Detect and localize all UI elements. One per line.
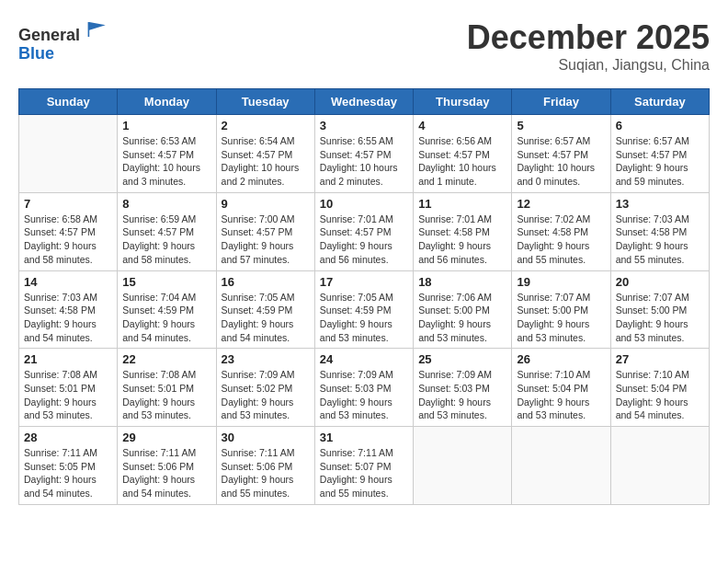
calendar-cell: 26Sunrise: 7:10 AM Sunset: 5:04 PM Dayli… xyxy=(512,349,610,427)
day-number: 31 xyxy=(320,431,408,444)
calendar-cell xyxy=(19,115,118,193)
calendar-cell: 10Sunrise: 7:01 AM Sunset: 4:57 PM Dayli… xyxy=(314,192,413,270)
day-info: Sunrise: 7:11 AM Sunset: 5:05 PM Dayligh… xyxy=(24,446,112,500)
day-info: Sunrise: 6:55 AM Sunset: 4:57 PM Dayligh… xyxy=(320,134,408,189)
day-info: Sunrise: 7:09 AM Sunset: 5:03 PM Dayligh… xyxy=(320,368,408,422)
calendar-cell xyxy=(414,427,512,505)
calendar-week-row: 21Sunrise: 7:08 AM Sunset: 5:01 PM Dayli… xyxy=(19,349,710,427)
day-number: 13 xyxy=(616,197,704,211)
calendar-cell: 2Sunrise: 6:54 AM Sunset: 4:57 PM Daylig… xyxy=(216,115,314,193)
day-info: Sunrise: 6:59 AM Sunset: 4:57 PM Dayligh… xyxy=(122,213,210,267)
day-number: 12 xyxy=(517,197,605,211)
calendar-cell xyxy=(610,427,709,505)
day-info: Sunrise: 7:10 AM Sunset: 5:04 PM Dayligh… xyxy=(517,368,605,422)
day-info: Sunrise: 7:11 AM Sunset: 5:06 PM Dayligh… xyxy=(122,446,210,500)
day-info: Sunrise: 7:07 AM Sunset: 5:00 PM Dayligh… xyxy=(616,291,704,345)
day-number: 10 xyxy=(320,197,408,211)
day-of-week-header: Wednesday xyxy=(314,89,413,115)
day-info: Sunrise: 7:08 AM Sunset: 5:01 PM Dayligh… xyxy=(24,368,112,422)
day-number: 29 xyxy=(122,431,210,444)
day-number: 5 xyxy=(517,119,605,132)
day-info: Sunrise: 7:07 AM Sunset: 5:00 PM Dayligh… xyxy=(517,291,605,345)
day-of-week-header: Thursday xyxy=(414,89,512,115)
day-number: 3 xyxy=(320,119,408,132)
day-info: Sunrise: 7:11 AM Sunset: 5:06 PM Dayligh… xyxy=(222,446,310,500)
day-number: 15 xyxy=(122,275,210,289)
calendar-cell: 11Sunrise: 7:01 AM Sunset: 4:58 PM Dayli… xyxy=(414,192,512,270)
day-info: Sunrise: 7:02 AM Sunset: 4:58 PM Dayligh… xyxy=(517,213,605,267)
logo-blue: Blue xyxy=(18,44,54,63)
day-info: Sunrise: 6:53 AM Sunset: 4:57 PM Dayligh… xyxy=(122,134,210,189)
logo: General Blue xyxy=(18,18,108,63)
day-number: 19 xyxy=(517,275,605,289)
day-number: 21 xyxy=(24,352,112,366)
day-info: Sunrise: 7:09 AM Sunset: 5:02 PM Dayligh… xyxy=(222,368,310,422)
calendar-table: SundayMondayTuesdayWednesdayThursdayFrid… xyxy=(18,88,710,505)
calendar-cell: 18Sunrise: 7:06 AM Sunset: 5:00 PM Dayli… xyxy=(414,270,512,349)
calendar-cell: 3Sunrise: 6:55 AM Sunset: 4:57 PM Daylig… xyxy=(314,115,413,193)
day-number: 11 xyxy=(418,197,506,211)
day-info: Sunrise: 6:57 AM Sunset: 4:57 PM Dayligh… xyxy=(517,134,605,189)
day-of-week-header: Tuesday xyxy=(216,89,314,115)
calendar-cell: 9Sunrise: 7:00 AM Sunset: 4:57 PM Daylig… xyxy=(216,192,314,270)
calendar-cell: 7Sunrise: 6:58 AM Sunset: 4:57 PM Daylig… xyxy=(19,192,118,270)
day-number: 6 xyxy=(616,119,704,132)
calendar-cell: 20Sunrise: 7:07 AM Sunset: 5:00 PM Dayli… xyxy=(610,270,709,349)
calendar-week-row: 28Sunrise: 7:11 AM Sunset: 5:05 PM Dayli… xyxy=(19,427,710,505)
day-number: 30 xyxy=(222,431,310,444)
day-number: 9 xyxy=(222,197,310,211)
calendar-cell: 24Sunrise: 7:09 AM Sunset: 5:03 PM Dayli… xyxy=(314,349,413,427)
calendar-cell: 16Sunrise: 7:05 AM Sunset: 4:59 PM Dayli… xyxy=(216,270,314,349)
day-number: 27 xyxy=(616,352,704,366)
day-info: Sunrise: 7:10 AM Sunset: 5:04 PM Dayligh… xyxy=(616,368,704,422)
calendar-cell: 15Sunrise: 7:04 AM Sunset: 4:59 PM Dayli… xyxy=(118,270,216,349)
day-number: 7 xyxy=(24,197,112,211)
calendar-cell: 5Sunrise: 6:57 AM Sunset: 4:57 PM Daylig… xyxy=(512,115,610,193)
day-number: 28 xyxy=(24,431,112,444)
logo-flag-icon xyxy=(86,18,108,40)
day-of-week-header: Saturday xyxy=(610,89,709,115)
day-number: 2 xyxy=(222,119,310,132)
calendar-cell: 23Sunrise: 7:09 AM Sunset: 5:02 PM Dayli… xyxy=(216,349,314,427)
calendar-cell xyxy=(512,427,610,505)
location-subtitle: Suqian, Jiangsu, China xyxy=(467,57,710,74)
month-title: December 2025 xyxy=(467,18,710,57)
calendar-cell: 30Sunrise: 7:11 AM Sunset: 5:06 PM Dayli… xyxy=(216,427,314,505)
day-number: 17 xyxy=(320,275,408,289)
day-number: 23 xyxy=(222,352,310,366)
calendar-cell: 6Sunrise: 6:57 AM Sunset: 4:57 PM Daylig… xyxy=(610,115,709,193)
calendar-cell: 4Sunrise: 6:56 AM Sunset: 4:57 PM Daylig… xyxy=(414,115,512,193)
day-number: 4 xyxy=(418,119,506,132)
day-of-week-header: Sunday xyxy=(19,89,118,115)
title-block: December 2025 Suqian, Jiangsu, China xyxy=(467,18,710,74)
calendar-cell: 28Sunrise: 7:11 AM Sunset: 5:05 PM Dayli… xyxy=(19,427,118,505)
calendar-cell: 1Sunrise: 6:53 AM Sunset: 4:57 PM Daylig… xyxy=(118,115,216,193)
day-info: Sunrise: 7:04 AM Sunset: 4:59 PM Dayligh… xyxy=(122,291,210,345)
day-number: 8 xyxy=(122,197,210,211)
day-info: Sunrise: 7:01 AM Sunset: 4:57 PM Dayligh… xyxy=(320,213,408,267)
day-info: Sunrise: 7:00 AM Sunset: 4:57 PM Dayligh… xyxy=(222,213,310,267)
calendar-week-row: 1Sunrise: 6:53 AM Sunset: 4:57 PM Daylig… xyxy=(19,115,710,193)
day-number: 14 xyxy=(24,275,112,289)
day-info: Sunrise: 7:11 AM Sunset: 5:07 PM Dayligh… xyxy=(320,446,408,500)
calendar-cell: 29Sunrise: 7:11 AM Sunset: 5:06 PM Dayli… xyxy=(118,427,216,505)
day-number: 25 xyxy=(418,352,506,366)
day-info: Sunrise: 6:54 AM Sunset: 4:57 PM Dayligh… xyxy=(222,134,310,189)
day-info: Sunrise: 7:01 AM Sunset: 4:58 PM Dayligh… xyxy=(418,213,506,267)
day-of-week-header: Monday xyxy=(118,89,216,115)
calendar-week-row: 14Sunrise: 7:03 AM Sunset: 4:58 PM Dayli… xyxy=(19,270,710,349)
day-info: Sunrise: 7:06 AM Sunset: 5:00 PM Dayligh… xyxy=(418,291,506,345)
calendar-week-row: 7Sunrise: 6:58 AM Sunset: 4:57 PM Daylig… xyxy=(19,192,710,270)
day-info: Sunrise: 7:05 AM Sunset: 4:59 PM Dayligh… xyxy=(222,291,310,345)
calendar-cell: 19Sunrise: 7:07 AM Sunset: 5:00 PM Dayli… xyxy=(512,270,610,349)
day-info: Sunrise: 7:03 AM Sunset: 4:58 PM Dayligh… xyxy=(24,291,112,345)
calendar-cell: 13Sunrise: 7:03 AM Sunset: 4:58 PM Dayli… xyxy=(610,192,709,270)
logo-general: General xyxy=(18,26,80,44)
day-info: Sunrise: 7:05 AM Sunset: 4:59 PM Dayligh… xyxy=(320,291,408,345)
day-number: 24 xyxy=(320,352,408,366)
calendar-cell: 22Sunrise: 7:08 AM Sunset: 5:01 PM Dayli… xyxy=(118,349,216,427)
calendar-cell: 12Sunrise: 7:02 AM Sunset: 4:58 PM Dayli… xyxy=(512,192,610,270)
day-number: 20 xyxy=(616,275,704,289)
calendar-cell: 21Sunrise: 7:08 AM Sunset: 5:01 PM Dayli… xyxy=(19,349,118,427)
day-info: Sunrise: 7:08 AM Sunset: 5:01 PM Dayligh… xyxy=(122,368,210,422)
